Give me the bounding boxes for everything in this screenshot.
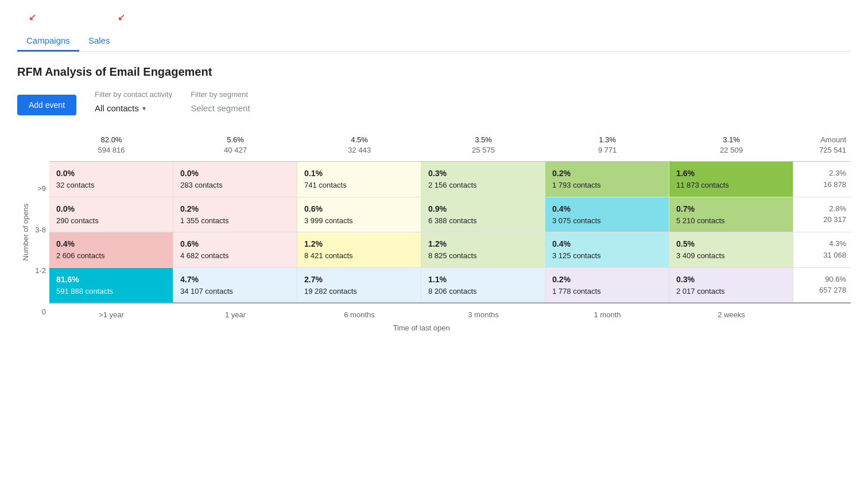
data-row-0: 81.6%591 888 contacts4.7%34 107 contacts… [49, 268, 851, 303]
cell-2-2[interactable]: 1.2%8 421 contacts [297, 232, 421, 267]
col-header-amount: Amount725 541 [793, 131, 851, 161]
filter-segment-label: Filter by segment [191, 90, 250, 99]
data-row-1-2: 0.4%2 606 contacts0.6%4 682 contacts1.2%… [49, 232, 851, 268]
tab-bar: Campaigns Sales [17, 30, 851, 52]
rfm-table-area: Number of opens >9 3-8 1-2 0 82.0%594 81… [17, 131, 851, 332]
cell-1-1[interactable]: 0.2%1 355 contacts [173, 197, 297, 232]
cell-2-0[interactable]: 0.4%2 606 contacts [49, 232, 173, 267]
col-headers: 82.0%594 8165.6%40 4274.5%32 4433.5%25 5… [49, 131, 851, 162]
cell-amount-0: 2.3%16 878 [793, 162, 851, 197]
cell-amount-3: 90.6%657 278 [793, 268, 851, 303]
cell-0-4[interactable]: 0.2%1 793 contacts [545, 162, 669, 197]
cell-2-5[interactable]: 0.5%3 409 contacts [669, 232, 793, 267]
x-axis-title: Time of last open [49, 322, 793, 332]
cell-0-1[interactable]: 0.0%283 contacts [173, 162, 297, 197]
cell-2-4[interactable]: 0.4%3 125 contacts [545, 232, 669, 267]
row-label-0: 0 [29, 291, 49, 333]
page-title: RFM Analysis of Email Engagement [17, 65, 851, 79]
cell-3-4[interactable]: 0.2%1 778 contacts [545, 268, 669, 303]
x-label-0: >1 year [49, 307, 173, 322]
cell-3-1[interactable]: 4.7%34 107 contacts [173, 268, 297, 303]
rfm-table: Number of opens >9 3-8 1-2 0 82.0%594 81… [17, 131, 851, 332]
add-event-button[interactable]: Add event [17, 95, 76, 115]
filter-contact-select[interactable]: All contacts ▾ [95, 101, 172, 115]
filter-contact-label: Filter by contact activity [95, 90, 172, 99]
data-rows: 0.0%32 contacts0.0%283 contacts0.1%741 c… [49, 162, 851, 304]
y-axis-label: Number of opens [17, 131, 29, 332]
cell-0-0[interactable]: 0.0%32 contacts [49, 162, 173, 197]
col-header-1: 5.6%40 427 [173, 131, 297, 161]
col-header-5: 3.1%22 509 [669, 131, 793, 161]
filter-contact-value: All contacts [95, 103, 139, 113]
col-header-2: 4.5%32 443 [297, 131, 421, 161]
x-axis: >1 year1 year6 months3 months1 month2 we… [49, 307, 851, 322]
filter-contact-group: Filter by contact activity All contacts … [95, 90, 172, 115]
cell-2-3[interactable]: 1.2%8 825 contacts [421, 232, 545, 267]
row-label-gt9: >9 [29, 168, 49, 209]
tab-campaigns[interactable]: Campaigns [17, 30, 79, 51]
col-header-4: 1.3%9 771 [545, 131, 669, 161]
cell-0-3[interactable]: 0.3%2 156 contacts [421, 162, 545, 197]
row-label-1-2: 1-2 [29, 250, 49, 291]
cell-3-0[interactable]: 81.6%591 888 contacts [49, 268, 173, 303]
arrow-sales-icon: ↙ [118, 11, 125, 22]
x-label-1: 1 year [173, 307, 297, 322]
cell-0-5[interactable]: 1.6%11 873 contacts [669, 162, 793, 197]
controls-row: Add event Filter by contact activity All… [17, 90, 851, 115]
x-label-4: 1 month [545, 307, 669, 322]
cell-1-3[interactable]: 0.9%6 388 contacts [421, 197, 545, 232]
cell-amount-1: 2.8%20 317 [793, 197, 851, 232]
cell-1-4[interactable]: 0.4%3 075 contacts [545, 197, 669, 232]
cell-3-2[interactable]: 2.7%19 282 contacts [297, 268, 421, 303]
cell-amount-2: 4.3%31 068 [793, 232, 851, 267]
data-row->9: 0.0%32 contacts0.0%283 contacts0.1%741 c… [49, 162, 851, 197]
col-header-0: 82.0%594 816 [49, 131, 173, 161]
cell-1-0[interactable]: 0.0%290 contacts [49, 197, 173, 232]
tab-sales[interactable]: Sales [79, 30, 119, 51]
data-row-3-8: 0.0%290 contacts0.2%1 355 contacts0.6%3 … [49, 197, 851, 233]
filter-segment-select[interactable]: Select segment [191, 101, 250, 115]
chevron-down-icon: ▾ [142, 104, 146, 112]
table-main: 82.0%594 8165.6%40 4274.5%32 4433.5%25 5… [49, 131, 851, 332]
cell-1-2[interactable]: 0.6%3 999 contacts [297, 197, 421, 232]
x-label-2: 6 months [297, 307, 421, 322]
cell-3-3[interactable]: 1.1%8 206 contacts [421, 268, 545, 303]
arrow-campaigns-icon: ↙ [29, 11, 36, 22]
cell-3-5[interactable]: 0.3%2 017 contacts [669, 268, 793, 303]
row-label-3-8: 3-8 [29, 209, 49, 251]
cell-2-1[interactable]: 0.6%4 682 contacts [173, 232, 297, 267]
filter-segment-group: Filter by segment Select segment [191, 90, 250, 115]
cell-1-5[interactable]: 0.7%5 210 contacts [669, 197, 793, 232]
cell-0-2[interactable]: 0.1%741 contacts [297, 162, 421, 197]
col-header-3: 3.5%25 575 [421, 131, 545, 161]
x-label-3: 3 months [421, 307, 545, 322]
row-labels: >9 3-8 1-2 0 [29, 131, 49, 332]
x-title-row: Time of last open [49, 322, 851, 332]
x-label-5: 2 weeks [669, 307, 793, 322]
